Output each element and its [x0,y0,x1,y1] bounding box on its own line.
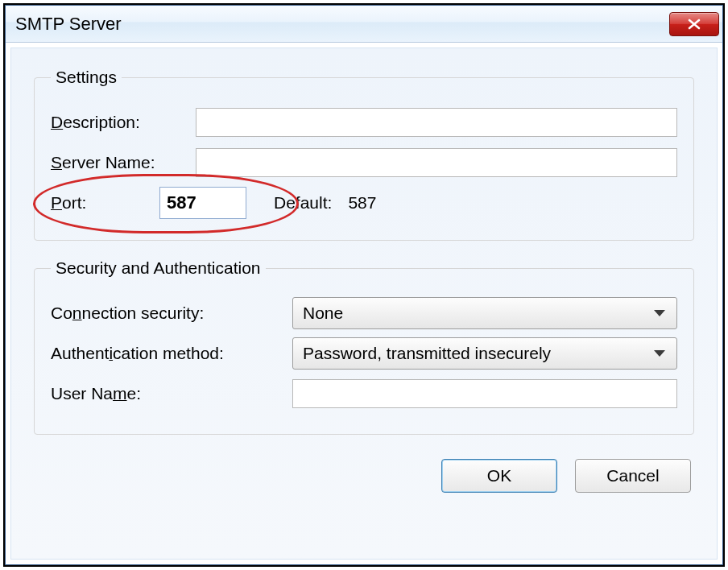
description-row: Description: [51,106,677,138]
settings-legend: Settings [51,68,122,87]
close-button[interactable] [669,12,719,36]
user-name-row: User Name: [51,378,677,410]
authentication-method-row: Authentication method: Password, transmi… [51,337,677,370]
user-name-input[interactable] [292,379,677,408]
settings-group: Settings Description: Server Name: Port:… [34,68,694,241]
authentication-method-label: Authentication method: [51,344,292,363]
port-row: Port: Default: 587 [51,187,677,219]
close-icon [688,19,701,30]
connection-security-label: Connection security: [51,304,292,323]
server-name-label: Server Name: [51,153,196,172]
security-legend: Security and Authentication [51,258,266,278]
server-name-input[interactable] [196,148,677,177]
server-name-row: Server Name: [51,147,677,179]
chevron-down-icon [654,350,665,357]
authentication-method-select[interactable]: Password, transmitted insecurely [292,337,677,370]
port-default-label: Default: [274,193,332,213]
connection-security-select[interactable]: None [292,297,677,329]
cancel-button[interactable]: Cancel [575,459,691,493]
security-group: Security and Authentication Connection s… [34,258,694,435]
description-input[interactable] [196,108,677,137]
authentication-method-value: Password, transmitted insecurely [303,344,551,363]
connection-security-value: None [303,304,343,323]
title-bar: SMTP Server [6,6,722,43]
dialog-body: Settings Description: Server Name: Port:… [10,48,718,560]
user-name-label: User Name: [51,384,292,403]
port-label: Port: [51,193,143,213]
window-title: SMTP Server [15,14,122,35]
dialog-window: SMTP Server Settings Description: Server… [5,5,723,565]
description-label: Description: [51,113,196,132]
dialog-buttons: OK Cancel [34,459,694,493]
port-default-value: 587 [348,193,376,213]
ok-button[interactable]: OK [441,459,557,493]
connection-security-row: Connection security: None [51,297,677,329]
chevron-down-icon [654,310,665,316]
port-input[interactable] [159,187,246,219]
